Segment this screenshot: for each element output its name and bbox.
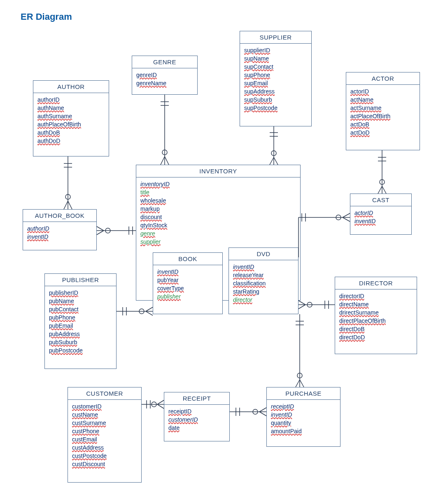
svg-line-27 <box>378 186 382 194</box>
svg-line-31 <box>343 213 350 217</box>
attribute: customerID <box>72 402 137 411</box>
attribute: amountPaid <box>271 427 336 435</box>
page-title: ER Diagram <box>21 12 72 22</box>
attribute: genreID <box>136 71 193 79</box>
attribute: publisherID <box>49 289 112 297</box>
entity-title: ACTOR <box>346 72 420 85</box>
entity-actor: ACTORactorIDactNameactSurnameactPlaceOfB… <box>346 72 420 150</box>
attribute: title <box>140 188 296 196</box>
entity-attributes: authorIDauthNameauthSurnameauthPlaceOfBi… <box>33 93 109 149</box>
attribute: genreName <box>136 79 193 87</box>
attribute: publisher <box>157 292 218 301</box>
attribute: custName <box>72 411 137 419</box>
entity-author: AUTHORauthorIDauthNameauthSurnameauthPla… <box>33 80 109 156</box>
entity-cast: CASTactorIDinventID <box>350 194 412 235</box>
attribute: directorID <box>339 292 413 300</box>
attribute: inventID <box>157 268 218 276</box>
attribute: actSurname <box>350 104 415 112</box>
attribute: supAddress <box>244 87 307 96</box>
attribute: supSuburb <box>244 96 307 104</box>
entity-attributes: actorIDinventID <box>350 206 411 229</box>
attribute: directDoD <box>339 333 413 341</box>
svg-line-7 <box>97 226 104 231</box>
entity-attributes: inventoryIDtitlewholesalemarkupdiscountq… <box>136 177 300 250</box>
entity-title: RECEIPT <box>164 392 229 405</box>
svg-line-22 <box>274 157 278 165</box>
svg-line-28 <box>382 186 386 194</box>
attribute: starRating <box>233 287 294 296</box>
entity-title: INVENTORY <box>136 165 300 177</box>
svg-line-44 <box>298 301 305 305</box>
svg-line-32 <box>343 217 350 222</box>
attribute: supName <box>244 54 307 63</box>
entity-purchase: PURCHASEreceiptIDinventIDquantityamountP… <box>266 387 340 447</box>
attribute: custDiscount <box>72 460 137 468</box>
svg-line-15 <box>161 156 165 165</box>
svg-line-64 <box>259 408 266 412</box>
svg-point-5 <box>65 194 70 199</box>
attribute: pubSuburb <box>49 338 112 346</box>
attribute: date <box>168 424 225 432</box>
attribute: actorID <box>354 209 407 217</box>
attribute: pubContact <box>49 305 112 313</box>
attribute: actDoD <box>350 128 415 137</box>
entity-receipt: RECEIPTreceiptIDcustomerIDdate <box>164 392 230 441</box>
attribute: custPostcode <box>72 452 137 460</box>
attribute: classification <box>233 279 294 287</box>
attribute: supContact <box>244 63 307 71</box>
attribute: actPlaceOfBirth <box>350 112 415 120</box>
entity-author_book: AUTHOR_BOOKauthorIDinventID <box>23 209 97 250</box>
attribute: discount <box>140 213 296 221</box>
entity-book: BOOKinventIDpubYearcoverTypepublisher <box>153 252 223 314</box>
svg-line-8 <box>97 231 104 235</box>
attribute: supEmail <box>244 79 307 87</box>
attribute: supplier <box>140 238 296 246</box>
svg-point-60 <box>152 402 156 407</box>
entity-dvd: DVDinventIDreleaseYearclassificationstar… <box>228 247 298 314</box>
attribute: customerID <box>168 415 225 424</box>
entity-attributes: authorIDinventID <box>23 222 96 245</box>
entity-title: DIRECTOR <box>335 277 417 289</box>
svg-point-33 <box>336 215 341 220</box>
attribute: inventID <box>27 233 92 241</box>
svg-line-21 <box>270 157 274 165</box>
entity-attributes: publisherIDpubNamepubContactpubPhonepubE… <box>45 286 116 359</box>
attribute: custPhone <box>72 427 137 435</box>
entity-title: DVD <box>229 248 298 260</box>
entity-title: AUTHOR_BOOK <box>23 210 96 222</box>
attribute: markup <box>140 205 296 213</box>
svg-point-23 <box>271 151 276 156</box>
attribute: supPhone <box>244 71 307 79</box>
attribute: releaseYear <box>233 271 294 279</box>
attribute: directPlaceOfBirth <box>339 317 413 325</box>
attribute: receiptID <box>271 402 336 411</box>
attribute: custAddress <box>72 443 137 452</box>
svg-line-53 <box>300 380 304 387</box>
entity-attributes: customerIDcustNamecustSurnamecustPhonecu… <box>68 400 141 472</box>
attribute: authSurname <box>37 112 105 120</box>
attribute: inventID <box>233 263 294 271</box>
entity-title: CAST <box>350 194 411 206</box>
entity-attributes: receiptIDcustomerIDdate <box>164 405 229 436</box>
attribute: inventID <box>271 411 336 419</box>
entity-title: AUTHOR <box>33 81 109 93</box>
attribute: wholesale <box>140 196 296 205</box>
svg-line-4 <box>68 201 72 209</box>
attribute: coverType <box>157 284 218 292</box>
attribute: pubPostcode <box>49 346 112 355</box>
entity-title: SUPPLIER <box>240 31 311 44</box>
attribute: supplierID <box>244 46 307 54</box>
svg-point-9 <box>105 228 110 233</box>
entity-attributes: directorIDdirectNamedrirectSurnamedirect… <box>335 289 417 345</box>
entity-customer: CUSTOMERcustomerIDcustNamecustSurnamecus… <box>68 387 142 483</box>
attribute: directName <box>339 300 413 308</box>
entity-attributes: supplierIDsupNamesupContactsupPhonesupEm… <box>240 44 311 116</box>
svg-line-40 <box>146 307 153 311</box>
entity-attributes: inventIDreleaseYearclassificationstarRat… <box>229 260 298 308</box>
attribute: actDoB <box>350 120 415 128</box>
attribute: authName <box>37 104 105 112</box>
attribute: custSurname <box>72 419 137 427</box>
attribute: inventID <box>354 217 407 225</box>
svg-line-65 <box>259 412 266 416</box>
attribute: actorID <box>350 87 415 96</box>
